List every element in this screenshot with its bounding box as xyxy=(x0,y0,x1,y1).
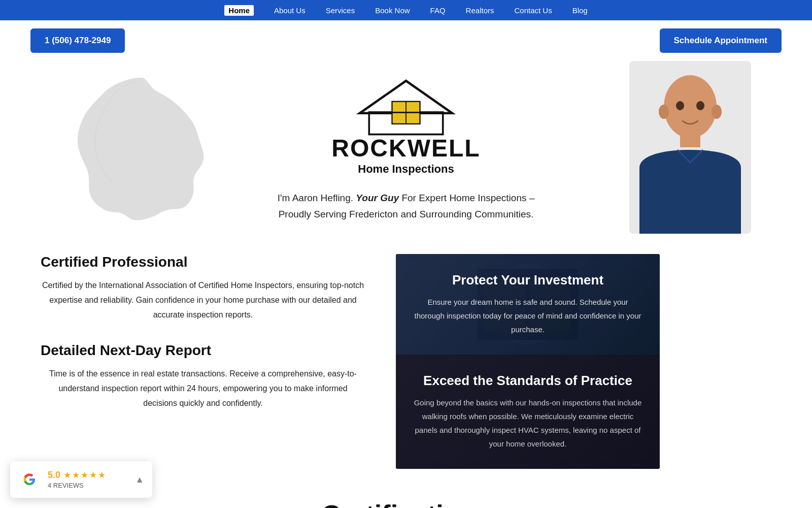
nav-book[interactable]: Book Now xyxy=(375,6,410,15)
nav-faq[interactable]: FAQ xyxy=(430,6,446,15)
certified-heading: Certified Professional xyxy=(41,254,365,270)
main-nav: Home About Us Services Book Now FAQ Real… xyxy=(0,0,812,20)
brand-name: ROCKWELL xyxy=(331,136,480,161)
google-logo-icon xyxy=(18,468,41,491)
protect-content: Protect Your Investment Ensure your drea… xyxy=(412,272,644,336)
report-body: Time is of the essence in real estate tr… xyxy=(41,367,365,410)
right-panel: Protect Your Investment Ensure your drea… xyxy=(396,254,660,469)
main-content: Certified Professional Certified by the … xyxy=(0,244,812,479)
hero-section: ROCKWELL Home Inspections I'm Aaron Hefl… xyxy=(0,61,812,244)
exceed-heading: Exceed the Standards of Practice xyxy=(412,373,644,389)
svg-rect-9 xyxy=(680,132,700,147)
tagline-bold: Your Guy xyxy=(356,193,399,203)
svg-point-13 xyxy=(696,101,704,110)
svg-point-12 xyxy=(676,101,684,110)
map-graphic xyxy=(61,66,233,231)
review-widget: 5.0 ★★★★★ 4 REVIEWS ▲ xyxy=(10,461,152,498)
review-rating: 5.0 ★★★★★ xyxy=(48,470,130,481)
person-photo xyxy=(629,61,761,236)
phone-button[interactable]: 1 (506) 478-2949 xyxy=(30,28,125,53)
review-score: 5.0 xyxy=(48,470,60,481)
review-count: 4 REVIEWS xyxy=(48,482,130,489)
review-stars: ★★★★★ xyxy=(63,470,107,481)
exceed-content: Exceed the Standards of Practice Going b… xyxy=(412,373,644,451)
certified-body: Certified by the International Associati… xyxy=(41,278,365,322)
nav-realtors[interactable]: Realtors xyxy=(466,6,494,15)
hero-tagline: I'm Aaron Hefling. Your Guy For Expert H… xyxy=(274,190,538,223)
svg-point-8 xyxy=(664,75,717,138)
nav-contact[interactable]: Contact Us xyxy=(514,6,552,15)
certified-block: Certified Professional Certified by the … xyxy=(41,254,365,322)
collapse-button[interactable]: ▲ xyxy=(135,474,144,485)
nav-about[interactable]: About Us xyxy=(274,6,306,15)
exceed-card: Exceed the Standards of Practice Going b… xyxy=(396,355,660,469)
svg-point-11 xyxy=(712,105,722,119)
left-content: Certified Professional Certified by the … xyxy=(41,254,365,431)
schedule-button[interactable]: Schedule Appointment xyxy=(660,28,782,53)
header-bar: 1 (506) 478-2949 Schedule Appointment xyxy=(0,20,812,61)
exceed-body: Going beyond the basics with our hands-o… xyxy=(412,396,644,451)
protect-card: Protect Your Investment Ensure your drea… xyxy=(396,254,660,355)
tagline-pre: I'm Aaron Hefling. xyxy=(278,193,353,203)
nav-services[interactable]: Services xyxy=(326,6,355,15)
nav-blog[interactable]: Blog xyxy=(572,6,588,15)
hero-center: ROCKWELL Home Inspections I'm Aaron Hefl… xyxy=(274,71,538,223)
protect-heading: Protect Your Investment xyxy=(412,272,644,288)
nav-home[interactable]: Home xyxy=(224,5,254,16)
certifications-heading: Certifications xyxy=(41,499,771,508)
logo-container: ROCKWELL Home Inspections xyxy=(274,76,538,176)
brand-subtitle: Home Inspections xyxy=(358,163,454,176)
person-silhouette-icon xyxy=(629,61,751,234)
house-logo-icon xyxy=(355,76,457,136)
protect-body: Ensure your dream home is safe and sound… xyxy=(412,295,644,336)
review-info: 5.0 ★★★★★ 4 REVIEWS xyxy=(48,470,130,489)
report-heading: Detailed Next-Day Report xyxy=(41,342,365,359)
svg-point-10 xyxy=(659,105,669,119)
dark-card: Protect Your Investment Ensure your drea… xyxy=(396,254,660,469)
report-block: Detailed Next-Day Report Time is of the … xyxy=(41,342,365,410)
